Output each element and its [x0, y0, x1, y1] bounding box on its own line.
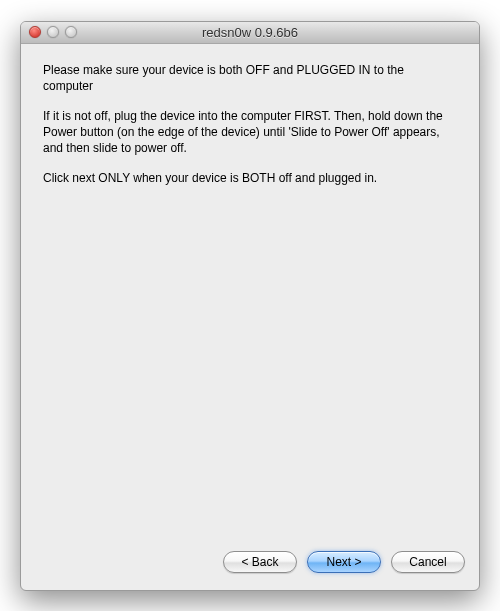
titlebar: redsn0w 0.9.6b6: [21, 22, 479, 44]
back-button[interactable]: < Back: [223, 551, 297, 573]
window-title: redsn0w 0.9.6b6: [21, 25, 479, 40]
maximize-icon[interactable]: [65, 26, 77, 38]
next-button[interactable]: Next >: [307, 551, 381, 573]
instruction-paragraph-1: Please make sure your device is both OFF…: [43, 62, 457, 94]
traffic-lights: [21, 26, 77, 38]
minimize-icon[interactable]: [47, 26, 59, 38]
cancel-button[interactable]: Cancel: [391, 551, 465, 573]
instruction-paragraph-2: If it is not off, plug the device into t…: [43, 108, 457, 157]
instruction-paragraph-3: Click next ONLY when your device is BOTH…: [43, 170, 457, 186]
main-content: Please make sure your device is both OFF…: [21, 44, 479, 542]
close-icon[interactable]: [29, 26, 41, 38]
app-window: redsn0w 0.9.6b6 Please make sure your de…: [20, 21, 480, 591]
footer-buttons: < Back Next > Cancel: [21, 542, 479, 590]
